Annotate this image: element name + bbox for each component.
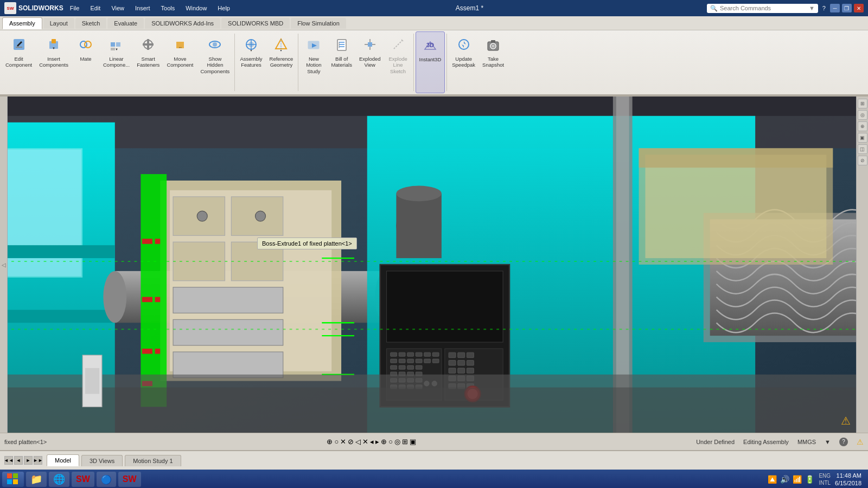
start-button[interactable]	[2, 472, 24, 487]
status-icon-ring[interactable]: ○	[388, 438, 393, 446]
status-icon-left[interactable]: ◁	[355, 438, 361, 446]
status-icon-sketch[interactable]: ⊕	[327, 438, 333, 446]
volume-icon[interactable]: 🔊	[780, 475, 789, 484]
taskbar-file-explorer[interactable]: 📁	[26, 472, 47, 487]
update-speedpak-button[interactable]: Update Speedpak	[449, 31, 478, 93]
bill-of-materials-label: Bill of Materials	[331, 56, 352, 68]
search-dropdown-icon[interactable]: ▼	[809, 5, 815, 11]
menu-edit[interactable]: Edit	[88, 4, 103, 12]
viewport[interactable]: X Y Z Boss-Extrude1 of fixed platten<1> …	[8, 97, 856, 433]
tab-assembly[interactable]: Assembly	[2, 17, 42, 29]
svg-rect-75	[155, 297, 161, 303]
show-hidden-button[interactable]: Show Hidden Components	[197, 31, 233, 93]
exploded-view-button[interactable]: Exploded View	[356, 31, 384, 93]
right-panel-icon-4[interactable]: ▣	[858, 133, 867, 143]
taskbar-browser[interactable]: 🌐	[49, 472, 69, 487]
move-component-button[interactable]: ↔ Move Component	[163, 31, 196, 93]
svg-rect-68	[173, 287, 283, 313]
units-dropdown[interactable]: ▼	[825, 439, 831, 445]
svg-rect-117	[458, 352, 465, 358]
take-snapshot-button[interactable]: Take Snapshot	[479, 31, 507, 93]
menu-file[interactable]: File	[68, 4, 82, 12]
status-icon-target[interactable]: ◎	[394, 438, 400, 446]
svg-rect-47	[491, 40, 495, 43]
tab-flow-simulation[interactable]: Flow Simulation	[291, 18, 346, 29]
right-panel-icon-3[interactable]: ⊕	[858, 121, 867, 131]
close-button[interactable]: ✕	[854, 4, 864, 12]
assembly-features-button[interactable]: ▼ Assembly Features	[237, 31, 265, 93]
mate-button[interactable]: Mate	[72, 31, 99, 93]
tab-model[interactable]: Model	[47, 454, 79, 466]
help-icon[interactable]: ?	[839, 438, 848, 446]
taskbar-right: 🔼 🔊 📶 🔋 ENG INTL 11:48 AM 6/15/2018	[768, 472, 866, 487]
explode-line-sketch-button[interactable]: Explode Line Sketch	[385, 31, 412, 93]
svg-rect-54	[8, 245, 115, 258]
search-input[interactable]	[720, 5, 807, 11]
tab-solidworks-mbd[interactable]: SOLIDWORKS MBD	[221, 18, 290, 29]
tray-icon-1[interactable]: 🔼	[768, 475, 777, 484]
right-panel-icon-5[interactable]: ◫	[858, 144, 867, 154]
tab-layout[interactable]: Layout	[43, 18, 74, 29]
svg-rect-76	[142, 349, 152, 354]
system-tray: 🔼 🔊 📶 🔋	[768, 475, 814, 484]
svg-rect-34	[368, 42, 372, 47]
taskbar-app-4[interactable]: 🔵	[97, 472, 116, 487]
svg-rect-94	[391, 359, 397, 363]
instant3d-button[interactable]: 3D Instant3D	[416, 31, 445, 93]
status-icon-grid[interactable]: ⊞	[402, 438, 408, 446]
tab-evaluate[interactable]: Evaluate	[107, 18, 144, 29]
new-motion-study-button[interactable]: New Motion Study	[300, 31, 327, 93]
network-icon[interactable]: 📶	[793, 475, 802, 484]
right-panel-icon-1[interactable]: ⊞	[858, 99, 867, 108]
divider-1	[234, 34, 235, 91]
tab-nav-next[interactable]: ►	[24, 456, 33, 465]
menu-tools[interactable]: Tools	[159, 4, 177, 12]
menu-help[interactable]: Help	[215, 4, 232, 12]
svg-rect-100	[391, 365, 397, 369]
status-icon-plus[interactable]: ⊕	[381, 438, 387, 446]
tab-nav-prev[interactable]: ◄	[14, 456, 23, 465]
svg-point-58	[103, 271, 126, 323]
taskbar-solidworks-2[interactable]: SW	[118, 472, 141, 487]
assembly-features-label: Assembly Features	[240, 56, 262, 68]
minimize-button[interactable]: ─	[830, 4, 840, 12]
tab-motion-study-1[interactable]: Motion Study 1	[125, 455, 181, 466]
status-icon-arrow-l[interactable]: ◂	[370, 438, 374, 446]
status-icon-square[interactable]: ▣	[410, 438, 416, 446]
status-icon-x[interactable]: ✕	[340, 438, 346, 446]
status-left: fixed platten<1>	[4, 439, 47, 445]
svg-rect-120	[458, 360, 465, 365]
right-panel-icon-6[interactable]: ⊘	[858, 156, 867, 165]
system-clock[interactable]: 11:48 AM 6/15/2018	[835, 472, 861, 487]
title-bar: SW SOLIDWORKS File Edit View Insert Tool…	[0, 0, 868, 16]
insert-components-button[interactable]: ▼ Insert Components	[36, 31, 72, 93]
svg-rect-73	[155, 239, 161, 244]
help-button[interactable]: ?	[822, 5, 826, 11]
right-panel-icon-2[interactable]: ◎	[858, 110, 867, 120]
svg-rect-102	[407, 365, 414, 369]
tab-solidworks-addins[interactable]: SOLIDWORKS Add-Ins	[145, 18, 220, 29]
power-icon[interactable]: 🔋	[805, 475, 814, 484]
svg-rect-95	[399, 359, 405, 363]
smart-fasteners-button[interactable]: Smart Fasteners	[133, 31, 163, 93]
explode-line-sketch-icon	[391, 37, 406, 54]
tab-3d-views[interactable]: 3D Views	[81, 455, 123, 466]
status-icon-circle[interactable]: ○	[334, 438, 339, 446]
status-icon-arrow-r[interactable]: ▸	[375, 438, 379, 446]
restore-button[interactable]: ❐	[842, 4, 852, 12]
status-icon-slash[interactable]: ⊘	[348, 438, 354, 446]
bill-of-materials-button[interactable]: Bill of Materials	[328, 31, 355, 93]
tab-nav-last[interactable]: ►►	[34, 456, 42, 465]
linear-component-label: Linear Compone...	[103, 56, 130, 68]
search-box[interactable]: 🔍 ▼	[707, 4, 818, 13]
menu-insert[interactable]: Insert	[133, 4, 152, 12]
edit-component-button[interactable]: Edit Component	[2, 31, 35, 93]
linear-component-button[interactable]: ▼ Linear Compone...	[100, 31, 133, 93]
tab-nav-first[interactable]: ◄◄	[4, 456, 13, 465]
reference-geometry-button[interactable]: ▼ Reference Geometry	[266, 31, 297, 93]
taskbar-solidworks-1[interactable]: SW	[72, 472, 94, 487]
status-icon-x2[interactable]: ✕	[362, 438, 368, 446]
tab-sketch[interactable]: Sketch	[75, 18, 107, 29]
menu-view[interactable]: View	[109, 4, 126, 12]
menu-window[interactable]: Window	[183, 4, 209, 12]
